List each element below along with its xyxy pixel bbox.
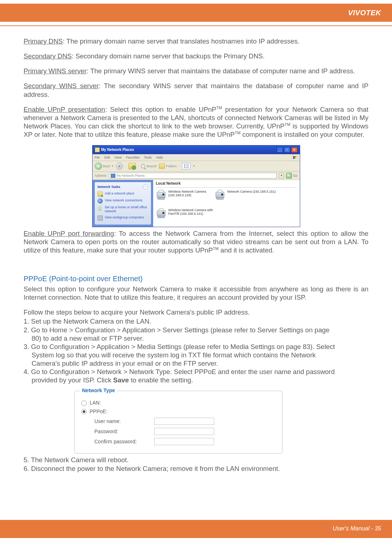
header-banner: VIVOTEK (0, 4, 392, 22)
pppoe-radio-label: PPPoE: (90, 409, 107, 415)
menu-edit[interactable]: Edit (105, 156, 110, 159)
back-button[interactable]: ◄ Back ▼ (95, 163, 114, 170)
lan-radio-row[interactable]: LAN: (81, 400, 275, 406)
pppoe-radio-row[interactable]: PPPoE: (81, 409, 275, 415)
brand-name: VIVOTEK (348, 9, 381, 17)
side-pane: Network Tasks « Add a network place View… (93, 180, 153, 227)
primary-wins-para: Primary WINS server: The primary WINS se… (24, 67, 368, 75)
address-dropdown[interactable]: ▼ (279, 173, 284, 178)
views-button[interactable] (182, 163, 191, 169)
primary-dns-label: Primary DNS (24, 37, 63, 45)
back-icon: ◄ (95, 163, 102, 170)
address-label: Address (95, 174, 107, 178)
device-label: Network Camera (192.168.5.151) (227, 190, 276, 194)
device-item[interactable]: Wireless Network Camera (192.168.5.128) (156, 190, 207, 200)
upnp-presentation-label: Enable UPnP presentation (24, 106, 105, 113)
add-place-icon (98, 192, 103, 197)
globe-icon (98, 198, 103, 204)
main-pane: Local Network Wireless Network Camera (1… (153, 180, 300, 227)
camera-icon (215, 190, 225, 200)
collapse-button[interactable]: « (143, 184, 148, 189)
menu-view[interactable]: View (115, 156, 122, 159)
search-button[interactable]: Search (141, 164, 157, 168)
upnp-presentation-para: Enable UPnP presentation: Select this op… (24, 105, 368, 139)
footer-banner: User's Manual - 35 (0, 520, 392, 538)
search-icon (141, 164, 145, 168)
upnp-port-forwarding-para: Enable UPnP port forwarding: To access t… (24, 229, 368, 254)
address-bar: Address My Network Places ▼ ➔ Go (93, 172, 300, 180)
upnp-port-forwarding-label: Enable UPnP port forwarding (24, 230, 114, 237)
step-4: 4. Go to Configuration > Network > Netwo… (24, 368, 368, 384)
section-local-network: Local Network (156, 181, 297, 188)
home-network-icon (98, 205, 103, 210)
folders-button[interactable]: Folders (159, 164, 177, 169)
lan-radio[interactable] (81, 401, 87, 406)
lan-radio-label: LAN: (90, 400, 101, 406)
panel-title: Network Tasks (98, 185, 121, 189)
pppoe-intro: Select this option to configure your Net… (24, 285, 368, 301)
step-6: 6. Disconnect the power to the Network C… (24, 464, 368, 473)
camera-icon (156, 190, 166, 200)
password-input[interactable] (154, 428, 214, 435)
step-5: 5. The Network Camera will reboot. (24, 456, 368, 464)
window-body: Network Tasks « Add a network place View… (93, 180, 300, 227)
window-titlebar[interactable]: My Network Places _ □ ✕ (93, 145, 300, 154)
device-label: Wireless Network Camera with Pan/Tilt (1… (168, 208, 213, 216)
device-item[interactable]: Wireless Network Camera with Pan/Tilt (1… (156, 208, 297, 218)
network-type-form: Network Type LAN: PPPoE: User name: Pass… (74, 391, 282, 454)
pppoe-steps-cont: 5. The Network Camera will reboot. 6. Di… (24, 456, 368, 472)
step-3: 3. Go to Configuration > Application > M… (24, 342, 368, 368)
folders-icon (159, 164, 165, 169)
go-icon: ➔ (286, 173, 292, 178)
step-2: 2. Go to Home > Configuration > Applicat… (24, 326, 368, 342)
toolbar: ◄ Back ▼ ► | | Search Folders | ▼ (93, 161, 300, 172)
pppoe-radio[interactable] (81, 409, 87, 414)
up-button[interactable] (128, 163, 136, 169)
network-tasks-panel: Network Tasks « Add a network place View… (95, 182, 151, 225)
task-view-connections[interactable]: View network connections (98, 198, 148, 204)
network-places-window: My Network Places _ □ ✕ File Edit View F… (92, 145, 300, 227)
task-add-network-place[interactable]: Add a network place (98, 192, 148, 197)
maximize-button[interactable]: □ (284, 147, 290, 153)
device-label: Wireless Network Camera (192.168.5.128) (168, 190, 207, 198)
secondary-wins-para: Secondary WINS server: The secondary WIN… (24, 82, 368, 98)
pppoe-steps: 1. Set up the Network Camera on the LAN.… (24, 317, 368, 384)
close-button[interactable]: ✕ (291, 147, 298, 153)
pppoe-follow: Follow the steps below to acquire your N… (24, 308, 368, 316)
views-icon (184, 164, 188, 168)
address-input[interactable]: My Network Places (109, 173, 277, 178)
camera-icon (156, 208, 166, 218)
username-input[interactable] (154, 418, 214, 425)
form-legend: Network Type (80, 387, 117, 394)
pppoe-section-title: PPPoE (Point-to-point over Ethernet) (24, 274, 368, 283)
task-setup-network[interactable]: Set up a home or small office network (98, 205, 148, 214)
primary-dns-para: Primary DNS: The primary domain name ser… (24, 37, 368, 45)
window-icon (95, 147, 100, 152)
menu-favorites[interactable]: Favorites (126, 156, 139, 159)
menu-help[interactable]: Help (156, 156, 163, 159)
workgroup-icon (98, 216, 103, 221)
chevron-down-icon[interactable]: ▼ (193, 165, 195, 168)
address-value: My Network Places (117, 174, 145, 178)
menu-tools[interactable]: Tools (144, 156, 152, 159)
username-label: User name: (94, 418, 154, 425)
confirm-password-label: Confirm password: (94, 439, 154, 445)
minimize-button[interactable]: _ (277, 147, 283, 153)
secondary-wins-label: Secondary WINS server (24, 82, 99, 90)
page-number: User's Manual - 35 (332, 525, 381, 532)
go-button[interactable]: ➔ Go (286, 173, 297, 178)
task-view-workgroup[interactable]: View workgroup computers (98, 216, 148, 221)
step-1: 1. Set up the Network Camera on the LAN. (24, 317, 368, 325)
device-item[interactable]: Network Camera (192.168.5.151) (215, 190, 276, 200)
password-label: Password: (94, 428, 154, 435)
primary-wins-label: Primary WINS server (24, 67, 87, 75)
address-icon (111, 174, 115, 178)
secondary-dns-para: Secondary DNS: Secondary domain name ser… (24, 52, 368, 60)
forward-button[interactable]: ► (116, 163, 123, 170)
menu-bar: File Edit View Favorites Tools Help (93, 154, 300, 161)
chevron-down-icon: ▼ (111, 165, 114, 168)
menu-file[interactable]: File (95, 156, 100, 159)
confirm-password-input[interactable] (154, 438, 214, 445)
secondary-dns-label: Secondary DNS (24, 52, 72, 60)
windows-flag-icon (292, 155, 298, 160)
